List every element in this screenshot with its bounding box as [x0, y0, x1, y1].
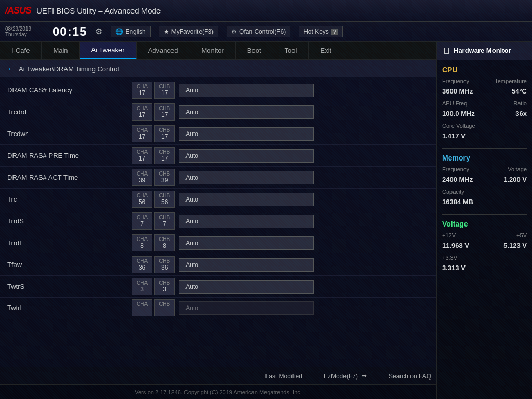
tab-ai-tweaker[interactable]: Ai Tweaker — [80, 42, 137, 59]
channel-group: CHA 56 CHB 56 — [132, 191, 175, 208]
mem-volt-label: Voltage — [508, 166, 527, 172]
ezmode-button[interactable]: EzMode(F7) ⮕ — [324, 373, 367, 380]
chb-box: CHB 39 — [154, 169, 175, 186]
myfavorite-button[interactable]: ★ MyFavorite(F3) — [159, 26, 218, 37]
tab-icafe[interactable]: I-Cafe — [0, 42, 42, 59]
apu-row: APU Freq Ratio — [442, 100, 527, 107]
setting-value-dram-cas[interactable] — [179, 84, 314, 97]
setting-value-dram-ras-pre[interactable] — [179, 149, 314, 163]
cpu-section: CPU Frequency Temperature 3600 MHz 54°C … — [437, 60, 532, 148]
channel-group: CHA 36 CHB 36 — [132, 256, 175, 273]
ezmode-label: EzMode(F7) — [324, 373, 358, 380]
setting-label-trrdl: TrrdL — [7, 239, 132, 247]
datetime: 08/29/2019 Thursday — [5, 26, 44, 37]
voltage-section: Voltage +12V +5V 11.968 V 5.123 V +3.3V … — [437, 215, 532, 280]
ratio-value: 36x — [515, 110, 527, 117]
setting-label-twtrs: TwtrS — [7, 283, 132, 290]
tab-monitor[interactable]: Monitor — [190, 42, 236, 59]
cha-box: CHA 17 — [132, 82, 152, 99]
mem-volt-value: 1.200 V — [503, 176, 527, 183]
v33-val-row: 3.313 V — [442, 264, 527, 274]
setting-value-dram-ras-act[interactable] — [179, 171, 314, 184]
hotkeys-label: Hot Keys — [303, 28, 329, 35]
channel-group: CHA 17 CHB 17 — [132, 147, 175, 164]
setting-row-tfaw: Tfaw CHA 36 CHB 36 — [0, 254, 436, 276]
chb-box: CHB 17 — [154, 103, 175, 121]
setting-label-trcdwr: Trcdwr — [7, 130, 132, 138]
last-modified-button[interactable]: Last Modified — [265, 373, 302, 380]
cha-box: CHA 56 — [132, 191, 152, 208]
star-icon: ★ — [164, 28, 169, 35]
cpu-freq-row: Frequency Temperature — [442, 78, 527, 84]
core-volt-label-row: Core Voltage — [442, 123, 527, 129]
top-bar: 08/29/2019 Thursday 00:15 ⚙ 🌐 English ★ … — [0, 22, 532, 42]
setting-value-trrds[interactable] — [179, 215, 314, 228]
mem-cap-label: Capacity — [442, 189, 464, 195]
setting-value-trc[interactable] — [179, 193, 314, 206]
chb-box: CHB 3 — [154, 278, 175, 295]
setting-value-twtrl[interactable] — [179, 301, 314, 315]
channel-group: CHA 17 CHB 17 — [132, 125, 175, 142]
cpu-temp-label: Temperature — [495, 78, 527, 84]
ezmode-icon: ⮕ — [361, 373, 367, 380]
cpu-freq-label: Frequency — [442, 78, 469, 84]
core-volt-label: Core Voltage — [442, 123, 475, 129]
setting-value-twtrs[interactable] — [179, 280, 314, 294]
back-button[interactable]: ← — [7, 64, 15, 73]
setting-label-tfaw: Tfaw — [7, 261, 132, 269]
tab-main[interactable]: Main — [42, 42, 79, 59]
apu-freq-label: APU Freq — [442, 100, 467, 107]
right-panel: 🖥 Hardware Monitor CPU Frequency Tempera… — [436, 42, 532, 399]
mem-cap-val-row: 16384 MB — [442, 198, 527, 208]
chb-box: CHB 17 — [154, 147, 175, 164]
cpu-freq-val-row: 3600 MHz 54°C — [442, 87, 527, 97]
channel-group: CHA CHB — [132, 299, 175, 316]
cha-box: CHA — [132, 299, 152, 316]
date: 08/29/2019 — [5, 26, 44, 32]
v5-value: 5.123 V — [503, 242, 527, 249]
tab-tool[interactable]: Tool — [273, 42, 309, 59]
header-title: UEFI BIOS Utility – Advanced Mode — [36, 6, 161, 15]
help-icon: ? — [331, 29, 338, 35]
setting-value-trcdrd[interactable] — [179, 105, 314, 119]
cha-box: CHA 3 — [132, 278, 152, 295]
cpu-freq-value: 3600 MHz — [442, 87, 473, 95]
chb-box: CHB 17 — [154, 82, 175, 99]
setting-row-trrds: TrrdS CHA 7 CHB 7 — [0, 210, 436, 232]
hotkeys-button[interactable]: Hot Keys ? — [299, 26, 343, 37]
chb-box: CHB 7 — [154, 212, 175, 230]
nav-tabs: I-Cafe Main Ai Tweaker Advanced Monitor … — [0, 42, 436, 60]
mem-cap-label-row: Capacity — [442, 189, 527, 195]
cha-box: CHA 17 — [132, 147, 152, 164]
chb-box: CHB 8 — [154, 234, 175, 251]
mem-freq-value: 2400 MHz — [442, 176, 473, 183]
cha-box: CHA 17 — [132, 125, 152, 142]
qfan-label: Qfan Control(F6) — [239, 28, 286, 35]
v33-label-row: +3.3V — [442, 255, 527, 261]
setting-value-trcdwr[interactable] — [179, 127, 314, 141]
setting-row-dram-ras-act: DRAM RAS# ACT Time CHA 39 CHB 39 — [0, 167, 436, 189]
divider2 — [378, 371, 378, 381]
cha-box: CHA 17 — [132, 103, 152, 121]
mem-freq-val-row: 2400 MHz 1.200 V — [442, 176, 527, 185]
qfan-button[interactable]: ⚙ Qfan Control(F6) — [227, 26, 290, 37]
ratio-label: Ratio — [513, 100, 527, 107]
tab-exit[interactable]: Exit — [309, 42, 343, 59]
nav-area: I-Cafe Main Ai Tweaker Advanced Monitor … — [0, 42, 436, 60]
setting-value-tfaw[interactable] — [179, 258, 314, 272]
settings-icon[interactable]: ⚙ — [95, 26, 102, 36]
cha-box: CHA 8 — [132, 234, 152, 251]
search-faq-label: Search on FAQ — [389, 373, 431, 380]
language-button[interactable]: 🌐 English — [111, 26, 150, 37]
v12-val-row: 11.968 V 5.123 V — [442, 242, 527, 251]
setting-value-trrdl[interactable] — [179, 236, 314, 250]
setting-row-trcdwr: Trcdwr CHA 17 CHB 17 — [0, 123, 436, 145]
hw-monitor-title: Hardware Monitor — [454, 47, 511, 55]
tab-boot[interactable]: Boot — [236, 42, 273, 59]
setting-row-twtrl: TwtrL CHA CHB — [0, 298, 436, 318]
tab-advanced[interactable]: Advanced — [137, 42, 190, 59]
breadcrumb: ← Ai Tweaker\DRAM Timing Control — [0, 60, 436, 77]
bottom-bar: Last Modified EzMode(F7) ⮕ Search on FAQ — [0, 367, 436, 384]
channel-group: CHA 8 CHB 8 — [132, 234, 175, 251]
search-faq-button[interactable]: Search on FAQ — [389, 373, 431, 380]
